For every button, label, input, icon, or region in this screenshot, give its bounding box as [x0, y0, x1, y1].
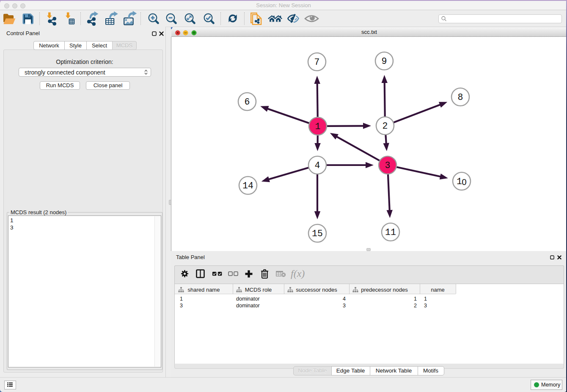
- svg-text:4: 4: [315, 160, 320, 171]
- svg-text:15: 15: [312, 229, 323, 239]
- svg-text:7: 7: [314, 57, 320, 67]
- svg-text:0: 0: [462, 177, 466, 187]
- svg-text:9: 9: [382, 56, 387, 66]
- svg-text:11: 11: [385, 227, 396, 237]
- svg-text:1: 1: [457, 177, 462, 187]
- svg-text:8: 8: [458, 92, 463, 102]
- svg-text:3: 3: [385, 160, 391, 171]
- svg-text:2: 2: [383, 121, 388, 131]
- svg-text:6: 6: [245, 97, 250, 107]
- svg-text:14: 14: [242, 181, 253, 191]
- svg-text:1: 1: [315, 121, 321, 132]
